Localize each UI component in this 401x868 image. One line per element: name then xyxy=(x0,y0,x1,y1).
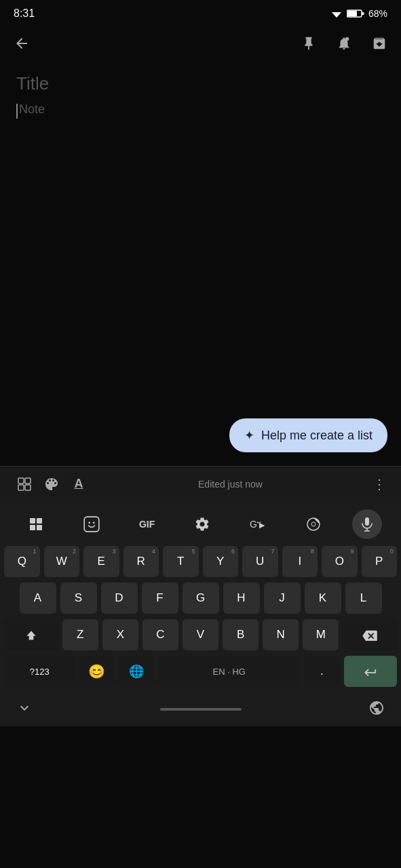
key-g[interactable]: G xyxy=(183,583,219,614)
backspace-button[interactable] xyxy=(343,619,397,650)
key-i[interactable]: I8 xyxy=(282,546,318,577)
key-k[interactable]: K xyxy=(305,583,341,614)
svg-rect-11 xyxy=(30,525,35,530)
shift-button[interactable] xyxy=(4,619,58,650)
settings-icon xyxy=(194,516,210,532)
theme-button[interactable] xyxy=(297,511,330,538)
bottom-nav xyxy=(0,694,401,726)
key-q[interactable]: Q1 xyxy=(4,546,40,577)
keyboard-collapse-button[interactable] xyxy=(16,700,33,719)
voice-input-button[interactable] xyxy=(352,509,382,539)
key-x[interactable]: X xyxy=(102,619,138,650)
space-button[interactable]: EN · HG xyxy=(158,656,300,687)
key-l[interactable]: L xyxy=(345,583,382,614)
note-title[interactable]: Title xyxy=(16,73,385,94)
emoji-button[interactable]: 😊 xyxy=(79,656,115,687)
ai-suggestion-bubble[interactable]: ✦ Help me create a list xyxy=(229,418,387,452)
svg-rect-9 xyxy=(30,518,35,524)
period-button[interactable]: . xyxy=(304,656,339,687)
key-c[interactable]: C xyxy=(142,619,178,650)
shift-icon xyxy=(24,628,38,642)
more-icon: ⋮ xyxy=(373,476,387,492)
key-y[interactable]: Y6 xyxy=(203,546,239,577)
archive-button[interactable] xyxy=(368,33,390,54)
reminder-button[interactable] xyxy=(333,33,355,54)
mic-icon xyxy=(360,516,374,532)
key-h[interactable]: H xyxy=(223,583,260,614)
key-v[interactable]: V xyxy=(183,619,218,650)
key-row-1: Q1 W2 E3 R4 T5 Y6 U7 I8 O9 P0 xyxy=(4,546,397,577)
translate-button[interactable]: G ▶ xyxy=(241,511,275,538)
editor-toolbar: A Edited just now ⋮ xyxy=(0,466,401,501)
translate-icon: G ▶ xyxy=(248,516,267,532)
svg-rect-12 xyxy=(37,525,42,530)
text-cursor xyxy=(16,104,18,119)
archive-icon xyxy=(372,36,387,51)
note-content: Title Note ✦ Help me create a list xyxy=(0,62,401,466)
key-e[interactable]: E3 xyxy=(83,546,119,577)
svg-point-19 xyxy=(311,522,316,526)
app-bar-right xyxy=(298,33,390,54)
edit-status: Edited just now xyxy=(92,479,368,490)
symbols-button[interactable]: ?123 xyxy=(4,656,75,687)
more-options-button[interactable]: ⋮ xyxy=(368,473,390,495)
battery-icon xyxy=(347,9,364,18)
back-button[interactable] xyxy=(11,33,33,54)
add-format-button[interactable] xyxy=(11,471,38,498)
gif-button[interactable]: GIF xyxy=(130,511,164,538)
key-m[interactable]: M xyxy=(303,619,339,650)
svg-text:▶: ▶ xyxy=(259,521,265,529)
enter-button[interactable] xyxy=(344,656,397,687)
text-format-button[interactable]: A xyxy=(65,471,92,498)
gif-label: GIF xyxy=(139,519,155,530)
app-bar xyxy=(0,24,401,62)
key-s[interactable]: S xyxy=(60,583,97,614)
status-bar: 8:31 68% xyxy=(0,0,401,24)
key-p[interactable]: P0 xyxy=(362,546,398,577)
key-j[interactable]: J xyxy=(264,583,301,614)
key-b[interactable]: B xyxy=(223,619,259,650)
key-o[interactable]: O9 xyxy=(322,546,358,577)
key-u[interactable]: U7 xyxy=(242,546,278,577)
key-f[interactable]: F xyxy=(142,583,178,614)
apps-button[interactable] xyxy=(19,511,53,538)
bell-icon xyxy=(337,36,351,51)
svg-rect-13 xyxy=(84,517,99,532)
svg-rect-10 xyxy=(37,518,42,524)
battery-percent: 68% xyxy=(368,8,387,19)
key-a[interactable]: A xyxy=(20,583,56,614)
bottom-bar-inner xyxy=(16,700,385,719)
svg-rect-7 xyxy=(18,485,24,490)
keyboard: GIF G ▶ xyxy=(0,501,401,726)
ai-bubble-text: Help me create a list xyxy=(261,429,373,443)
svg-point-15 xyxy=(93,522,95,524)
status-time: 8:31 xyxy=(14,7,35,20)
palette-button[interactable] xyxy=(38,471,65,498)
key-n[interactable]: N xyxy=(263,619,299,650)
key-row-4: ?123 😊 🌐 EN · HG . xyxy=(4,656,397,687)
globe-button[interactable] xyxy=(368,700,385,719)
svg-rect-5 xyxy=(18,478,24,484)
apps-icon xyxy=(28,516,44,532)
palette2-icon xyxy=(305,516,322,532)
pin-button[interactable] xyxy=(298,33,320,54)
add-format-icon xyxy=(16,476,33,492)
enter-icon xyxy=(363,665,378,677)
key-row-3: Z X C V B N M xyxy=(4,619,397,650)
sticker-icon xyxy=(83,515,100,533)
keyboard-settings-button[interactable] xyxy=(185,511,219,538)
sticker-button[interactable] xyxy=(75,511,109,538)
key-t[interactable]: T5 xyxy=(163,546,199,577)
svg-point-14 xyxy=(88,522,90,524)
language-button[interactable]: 🌐 xyxy=(119,656,154,687)
svg-point-4 xyxy=(345,37,349,41)
key-z[interactable]: Z xyxy=(62,619,98,650)
note-area[interactable]: Title Note xyxy=(0,62,401,130)
key-w[interactable]: W2 xyxy=(44,546,80,577)
key-d[interactable]: D xyxy=(101,583,138,614)
globe-icon xyxy=(368,700,385,716)
text-format-icon: A xyxy=(75,477,83,491)
note-placeholder[interactable]: Note xyxy=(19,102,45,117)
key-r[interactable]: R4 xyxy=(123,546,159,577)
note-body[interactable]: Note xyxy=(16,102,385,119)
